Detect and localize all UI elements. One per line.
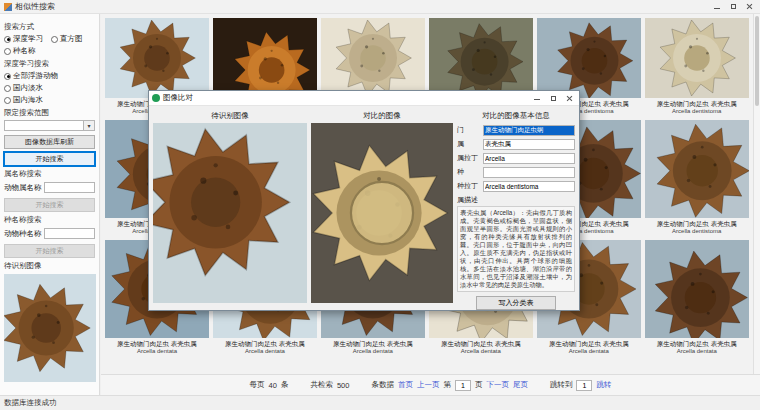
radio-icon xyxy=(4,36,11,43)
species-label: 种 xyxy=(457,167,483,177)
genus-search-button[interactable]: 开始搜索 xyxy=(4,198,95,212)
title-bar: 相似性搜索 xyxy=(0,0,760,14)
dialog-close-button[interactable] xyxy=(562,93,576,103)
query-image-label: 待识别图像 xyxy=(4,261,95,271)
jump-page-input[interactable] xyxy=(576,380,592,391)
radio-domestic-freshwater[interactable]: 国内淡水 xyxy=(4,83,43,93)
jump-label: 跳转到 xyxy=(550,380,573,390)
genus-section-label: 属名称搜索 xyxy=(4,169,95,179)
close-icon xyxy=(746,3,753,10)
radio-icon xyxy=(4,48,11,55)
per-page-value: 40 xyxy=(269,381,277,390)
species-latin-input[interactable] xyxy=(483,181,575,192)
total-label: 共检索 xyxy=(310,380,333,390)
species-section-label: 种名称搜索 xyxy=(4,215,95,225)
next-page-link[interactable]: 下一页 xyxy=(486,380,509,390)
radio-deep-learning[interactable]: 深度学习 xyxy=(4,34,43,44)
dialog-title: 图像比对 xyxy=(163,93,193,103)
chevron-down-icon: ▾ xyxy=(84,120,95,131)
app-window: 相似性搜索 搜索方式 深度学习 直方图 种名称 深度学习搜索 xyxy=(0,0,760,410)
result-thumbnail[interactable]: 原生动物门肉足虫 表壳虫属Arcella dentistoma xyxy=(643,120,751,235)
dialog-app-icon xyxy=(152,94,160,102)
genus-name-input[interactable] xyxy=(44,182,96,193)
result-thumbnail[interactable]: 原生动物门肉足虫 表壳虫属Arcella dentata xyxy=(643,240,751,355)
query-image-thumbnail xyxy=(4,274,96,382)
genus-input-label: 动物属名称 xyxy=(4,183,42,193)
dialog-minimize-button[interactable] xyxy=(530,93,544,103)
genus-description-label: 属描述 xyxy=(457,195,575,205)
dialog-title-bar: 图像比对 xyxy=(149,91,579,106)
radio-species-name[interactable]: 种名称 xyxy=(4,46,36,56)
page-number-input[interactable] xyxy=(455,380,471,391)
result-thumbnail[interactable]: 原生动物门肉足虫 表壳虫属Arcella dentistoma xyxy=(643,18,751,115)
per-page-label: 每页 xyxy=(250,380,265,390)
maximize-icon xyxy=(731,4,736,9)
close-button[interactable] xyxy=(742,2,756,12)
specimen-image xyxy=(321,18,425,98)
maximize-button[interactable] xyxy=(726,2,740,12)
species-value-input[interactable] xyxy=(483,167,575,178)
app-icon xyxy=(4,3,12,11)
pagination-bar: 每页 40 条 共检索 500 条数据 首页 上一页 第 页 下一页 尾页 跳转… xyxy=(101,374,760,395)
search-mode-label: 搜索方式 xyxy=(4,22,95,32)
search-sidebar: 搜索方式 深度学习 直方图 种名称 深度学习搜索 全部浮游动物 xyxy=(0,14,100,395)
write-to-table-button[interactable]: 写入分类表 xyxy=(476,296,556,310)
scrollbar-thumb[interactable] xyxy=(755,16,759,106)
specimen-image xyxy=(645,120,749,218)
genus-latin-label: 属拉丁 xyxy=(457,153,483,163)
last-page-link[interactable]: 尾页 xyxy=(513,380,528,390)
radio-icon xyxy=(51,36,58,43)
radio-icon xyxy=(4,73,11,80)
total-value: 500 xyxy=(337,381,350,390)
status-text: 数据库连接成功 xyxy=(4,398,57,408)
minimize-icon xyxy=(714,5,720,9)
species-input-label: 动物种名称 xyxy=(4,229,42,239)
species-name-input[interactable] xyxy=(44,228,96,239)
radio-domestic-seawater[interactable]: 国内海水 xyxy=(4,95,43,105)
specimen-image xyxy=(645,18,749,98)
dialog-maximize-button[interactable] xyxy=(546,93,560,103)
query-image-large xyxy=(153,123,307,303)
specimen-image xyxy=(537,18,641,98)
phylum-label: 门 xyxy=(457,125,483,135)
close-icon xyxy=(566,95,573,102)
radio-icon xyxy=(4,97,11,104)
phylum-input[interactable] xyxy=(483,125,575,136)
genus-value-input[interactable] xyxy=(483,139,575,150)
specimen-image xyxy=(213,18,317,98)
specimen-image xyxy=(645,240,749,338)
query-image-header: 待识别图像 xyxy=(153,109,307,123)
specimen-image xyxy=(429,18,533,98)
dl-section-label: 深度学习搜索 xyxy=(4,59,95,69)
genus-label: 属 xyxy=(457,139,483,149)
match-image-header: 对比的图像 xyxy=(311,109,453,123)
specimen-image xyxy=(105,18,209,98)
genus-description-text: 表壳虫属（Arcella）：壳由假几丁质构成。壳黄褐色或棕褐色，呈圆盘状，侧面观… xyxy=(457,206,575,292)
scope-dropdown[interactable]: ▾ xyxy=(4,120,95,131)
minimize-button[interactable] xyxy=(710,2,724,12)
first-page-link[interactable]: 首页 xyxy=(398,380,413,390)
scope-limit-label: 限定搜索范围 xyxy=(4,108,95,118)
radio-all-zooplankton[interactable]: 全部浮游动物 xyxy=(4,71,58,81)
prev-page-link[interactable]: 上一页 xyxy=(417,380,440,390)
species-latin-label: 种拉丁 xyxy=(457,181,483,191)
status-bar: 数据库连接成功 xyxy=(0,395,760,410)
vertical-scrollbar[interactable] xyxy=(753,14,760,374)
jump-link[interactable]: 跳转 xyxy=(596,380,611,390)
image-compare-dialog: 图像比对 待识别图像 对比的图像 对比的图像基本信息 xyxy=(148,90,580,311)
radio-icon xyxy=(4,85,11,92)
refresh-database-button[interactable]: 图像数据库刷新 xyxy=(4,135,95,149)
radio-histogram[interactable]: 直方图 xyxy=(51,34,83,44)
match-image-large xyxy=(311,123,453,303)
genus-latin-input[interactable] xyxy=(483,153,575,164)
window-title: 相似性搜索 xyxy=(15,1,55,12)
start-search-button[interactable]: 开始搜索 xyxy=(4,152,95,166)
minimize-icon xyxy=(534,96,540,100)
info-panel-header: 对比的图像基本信息 xyxy=(457,109,575,123)
maximize-icon xyxy=(551,96,556,101)
species-search-button[interactable]: 开始搜索 xyxy=(4,244,95,258)
